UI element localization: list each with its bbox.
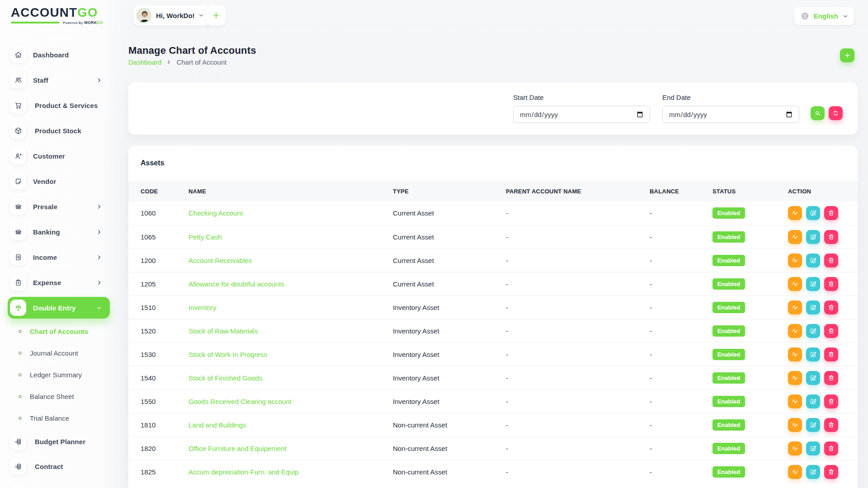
sidebar-item-vendor[interactable]: Vendor: [10, 173, 110, 189]
delete-button[interactable]: [824, 394, 838, 408]
delete-button[interactable]: [824, 230, 838, 244]
breadcrumb-dashboard-link[interactable]: Dashboard: [128, 58, 161, 66]
delete-button[interactable]: [824, 418, 838, 432]
end-date-input[interactable]: [662, 106, 799, 123]
ledger-view-button[interactable]: [788, 347, 802, 361]
bank-icon: [10, 224, 26, 240]
quick-add-button[interactable]: [206, 5, 226, 25]
sidebar-item-expense[interactable]: $ Expense: [10, 274, 110, 291]
account-balance: -: [637, 460, 700, 483]
edit-button[interactable]: [806, 394, 820, 408]
reset-filter-button[interactable]: [829, 106, 843, 120]
account-parent: -: [494, 319, 637, 343]
account-name-link[interactable]: Account Receivables: [189, 257, 252, 264]
delete-button[interactable]: [824, 277, 838, 291]
delete-button[interactable]: [824, 465, 838, 479]
submenu-item-balance-sheet[interactable]: Balance Sheet: [19, 391, 127, 402]
submenu-item-journal-account[interactable]: Journal Account: [19, 347, 127, 358]
table-row: 1200 Account Receivables Current Asset -…: [128, 249, 858, 272]
bullet-icon: [19, 352, 22, 355]
account-name-link[interactable]: Stock of Finished Goods: [189, 374, 262, 382]
start-date-input[interactable]: [513, 106, 650, 123]
account-code: 1550: [128, 389, 176, 413]
edit-button[interactable]: [806, 324, 820, 338]
account-balance: -: [637, 225, 700, 249]
edit-button[interactable]: [806, 418, 820, 432]
status-badge: Enabled: [712, 419, 745, 431]
user-menu[interactable]: Hi, WorkDo!: [134, 5, 210, 25]
ledger-view-button[interactable]: [788, 206, 802, 220]
submenu-item-chart-of-accounts[interactable]: Chart of Accounts: [19, 326, 127, 337]
account-name-link[interactable]: Stock of Work In Progress: [189, 351, 267, 358]
ledger-view-button[interactable]: [788, 277, 802, 291]
edit-button[interactable]: [806, 300, 820, 314]
edit-button[interactable]: [806, 230, 820, 244]
submenu-item-label: Balance Sheet: [30, 393, 74, 400]
ledger-view-button[interactable]: [788, 230, 802, 244]
language-selector[interactable]: English: [794, 7, 854, 25]
edit-button[interactable]: [806, 277, 820, 291]
delete-button[interactable]: [824, 324, 838, 338]
ledger-view-button[interactable]: [788, 418, 802, 432]
account-name-link[interactable]: Stock of Raw Materials: [189, 327, 258, 335]
edit-button[interactable]: [806, 465, 820, 479]
account-name-link[interactable]: Land and Buildings: [189, 421, 246, 429]
sidebar-item-contract[interactable]: $ Contract: [10, 458, 110, 474]
sidebar-item-customer[interactable]: Customer: [10, 148, 110, 164]
ledger-view-button[interactable]: [788, 324, 802, 338]
sidebar-item-dashboard[interactable]: Dashboard: [10, 47, 110, 63]
status-badge: Enabled: [712, 207, 745, 219]
status-badge: Enabled: [712, 255, 745, 266]
ledger-view-button[interactable]: [788, 253, 802, 267]
ledger-view-button[interactable]: [788, 371, 802, 385]
sidebar-item-presale[interactable]: Presale: [10, 198, 110, 215]
account-name-link[interactable]: Checking Account: [189, 209, 243, 217]
delete-button[interactable]: [824, 441, 838, 455]
submenu-item-ledger-summary[interactable]: Ledger Summary: [19, 369, 127, 380]
column-header-code: CODE: [128, 181, 176, 202]
account-name-link[interactable]: Allowance for doubtful accounts: [189, 280, 284, 288]
ledger-view-button[interactable]: [788, 394, 802, 408]
sidebar-item-banking[interactable]: Banking: [10, 224, 110, 240]
sidebar-item-product-stock[interactable]: Product Stock: [10, 122, 110, 139]
ledger-view-button[interactable]: [788, 300, 802, 314]
delete-button[interactable]: [824, 371, 838, 385]
edit-button[interactable]: [806, 441, 820, 455]
edit-button[interactable]: [806, 206, 820, 220]
account-name-link[interactable]: Inventory: [189, 304, 217, 311]
sidebar-item-label: Banking: [33, 228, 60, 236]
ledger-view-button[interactable]: [788, 441, 802, 455]
topbar: Hi, WorkDo! English: [127, 0, 868, 33]
account-name-link[interactable]: Petty Cash: [189, 233, 222, 241]
edit-button[interactable]: [806, 253, 820, 267]
page-title: Manage Chart of Accounts: [128, 44, 858, 57]
submenu-item-trial-balance[interactable]: Trial Balance: [19, 413, 127, 423]
account-type: Current Asset: [381, 202, 494, 225]
table-row: 1205 Allowance for doubtful accounts Cur…: [128, 272, 858, 296]
sidebar-item-budget-planner[interactable]: $ Budget Planner: [10, 433, 110, 450]
sidebar: ACCOUNTGO Powered By WORKDO Dashboard St…: [0, 0, 127, 488]
delete-button[interactable]: [824, 347, 838, 361]
delete-button[interactable]: [824, 253, 838, 267]
sidebar-item-more[interactable]: [10, 484, 110, 488]
account-name-link[interactable]: Office Furniture and Equipement: [189, 445, 287, 452]
edit-button[interactable]: [806, 347, 820, 361]
edit-button[interactable]: [806, 371, 820, 385]
apply-filter-button[interactable]: [811, 106, 825, 120]
delete-button[interactable]: [824, 300, 838, 314]
users-icon: [10, 72, 26, 88]
ledger-view-button[interactable]: [788, 465, 802, 479]
sidebar-item-staff[interactable]: Staff: [10, 72, 110, 88]
sidebar-item-double-entry[interactable]: Double Entry: [8, 297, 110, 319]
create-account-button[interactable]: [840, 48, 854, 62]
submenu-item-label: Trial Balance: [30, 414, 69, 422]
column-header-parent: PARENT ACCOUNT NAME: [494, 181, 637, 202]
sidebar-item-income[interactable]: Income: [10, 249, 110, 265]
status-badge: Enabled: [712, 302, 745, 313]
account-type: Non-current Asset: [381, 413, 494, 436]
account-name-link[interactable]: Accum.depreciation-Furn. and Equip: [189, 468, 298, 476]
account-name-link[interactable]: Goods Received Clearing account: [189, 398, 292, 405]
brand-logo[interactable]: ACCOUNTGO Powered By WORKDO: [11, 6, 103, 25]
delete-button[interactable]: [824, 206, 838, 220]
sidebar-item-product-services[interactable]: Product & Services: [10, 97, 110, 113]
